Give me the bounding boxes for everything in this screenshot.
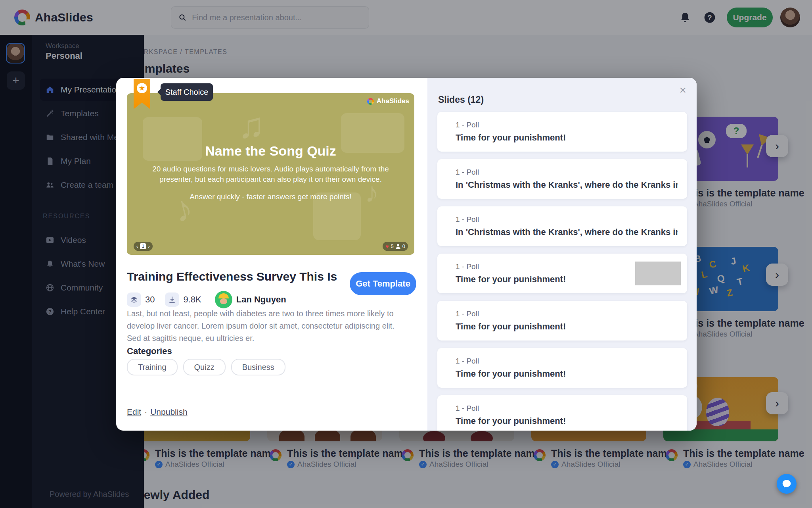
slide-list-item[interactable]: 1 - Poll Time for your punishment!: [437, 348, 687, 388]
slides-count-icon: [127, 292, 141, 307]
slide-list-item[interactable]: 1 - Poll Time for your punishment!: [437, 112, 687, 152]
like-count: 5: [391, 243, 394, 249]
author-name[interactable]: Lan Nguyen: [236, 294, 286, 305]
template-stats: 30 9.8K Lan Nguyen: [127, 291, 286, 308]
author-avatar: [215, 291, 232, 308]
slides-header: Slides (12): [438, 94, 484, 105]
page-number: 1: [140, 243, 146, 249]
owner-actions: Edit·Unpublish: [127, 407, 188, 417]
staff-choice-tooltip: Staff Choice: [161, 83, 213, 101]
slides-count: 30: [145, 294, 155, 305]
preview-slide-text: 20 audio questions for music lovers. Aud…: [151, 164, 391, 185]
downloads-count: 9.8K: [183, 294, 201, 305]
preview-pagination[interactable]: ‹ 1 ›: [134, 242, 153, 251]
chat-widget-button[interactable]: [777, 474, 797, 494]
category-chip-training[interactable]: Training: [127, 359, 178, 375]
next-page-icon[interactable]: ›: [148, 243, 149, 249]
category-chip-business[interactable]: Business: [231, 359, 285, 375]
star-icon: ★: [137, 83, 147, 93]
music-note-decor: ♫: [238, 105, 265, 146]
get-template-button[interactable]: Get Template: [350, 272, 416, 295]
unpublish-link[interactable]: Unpublish: [150, 407, 187, 416]
categories-label: Categories: [127, 346, 172, 356]
close-icon[interactable]: ×: [679, 84, 686, 96]
heart-icon: ♥: [385, 243, 389, 250]
chat-bubble-icon: [781, 479, 792, 489]
preview-slide-title: Name the Song Quiz: [127, 143, 414, 159]
preview-watermark: AhaSlides: [367, 97, 409, 105]
category-chip-quizz[interactable]: Quizz: [183, 359, 226, 375]
edit-link[interactable]: Edit: [127, 407, 141, 416]
downloads-icon: [165, 292, 179, 307]
slides-panel: × Slides (12) 1 - Poll Time for your pun…: [427, 78, 697, 431]
app-root: WORKSPACE / TEMPLATES Templates This is …: [0, 0, 812, 508]
preview-stats: ♥ 5 0: [383, 242, 408, 251]
template-detail-modal: ★ Staff Choice ♫ ♪ ♪ AhaSlides Name the …: [116, 78, 697, 431]
template-description: Last, but not least, people with diabete…: [127, 308, 407, 344]
slide-list-item[interactable]: 1 - Poll In 'Christmas with the Kranks',…: [437, 206, 687, 246]
slide-list-item[interactable]: 1 - Poll Time for your punishment!: [437, 301, 687, 341]
preview-slide-text2: Answer quickly - faster answers get more…: [127, 192, 414, 201]
template-title: Training Effectiveness Survey This Is: [127, 270, 337, 283]
slide-list-item[interactable]: 1 - Poll Time for your punishment!: [437, 395, 687, 431]
slide-thumbnail-placeholder: [635, 262, 681, 285]
participant-count: 0: [402, 243, 405, 249]
slide-list-item[interactable]: 1 - Poll Time for your punishment!: [437, 254, 687, 293]
ahaslides-logo-icon: [367, 98, 374, 105]
prev-page-icon[interactable]: ‹: [136, 243, 138, 249]
person-icon: [396, 244, 400, 249]
template-preview[interactable]: ♫ ♪ ♪ AhaSlides Name the Song Quiz 20 au…: [127, 93, 414, 255]
slide-list-item[interactable]: 1 - Poll In 'Christmas with the Kranks',…: [437, 159, 687, 199]
categories-row: Training Quizz Business: [127, 359, 285, 375]
